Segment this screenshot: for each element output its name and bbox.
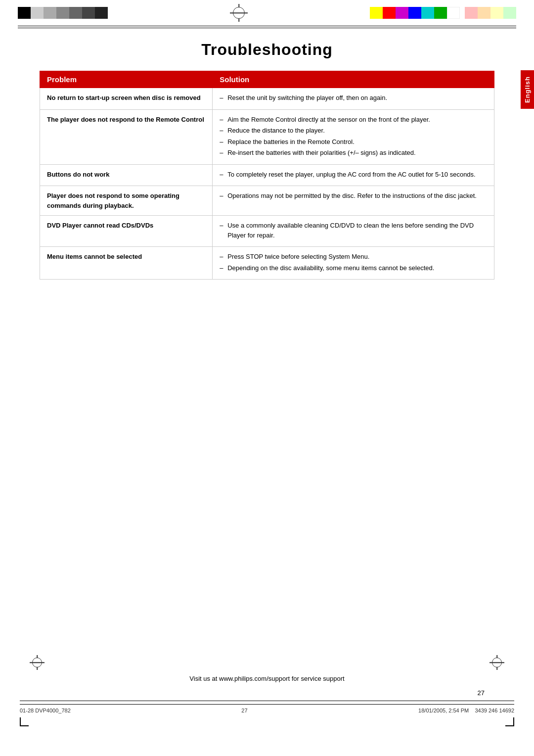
corner-mark-bottom-left xyxy=(20,717,29,726)
color-bar xyxy=(396,7,408,19)
problem-text: No return to start-up screen when disc i… xyxy=(47,94,201,101)
color-bar xyxy=(408,7,421,19)
problem-cell: Menu items cannot be selected xyxy=(40,247,213,280)
bottom-right-reg-mark xyxy=(490,655,504,670)
top-color-bar-area xyxy=(0,0,534,26)
problem-text: Buttons do not work xyxy=(47,171,109,178)
footer-visit-text: Visit us at www.philips.com/support for … xyxy=(20,675,514,682)
solution-item: Replace the batteries in the Remote Cont… xyxy=(220,137,487,147)
color-bar xyxy=(434,7,447,19)
color-bar xyxy=(95,7,108,19)
right-color-bars xyxy=(370,7,460,19)
solution-list: Press STOP twice before selecting System… xyxy=(220,252,487,273)
footer-number: 3439 246 14692 xyxy=(475,708,514,713)
color-bar xyxy=(465,7,478,19)
problem-text: The player does not respond to the Remot… xyxy=(47,116,204,123)
right-pastel-bars xyxy=(465,7,516,19)
color-bar xyxy=(447,7,460,19)
solution-list: Reset the unit by switching the player o… xyxy=(220,93,487,103)
solution-cell: Operations may not be permitted by the d… xyxy=(213,186,494,216)
color-bar xyxy=(421,7,434,19)
problem-header: Problem xyxy=(40,71,213,88)
color-bar xyxy=(370,7,383,19)
divider-line-2 xyxy=(18,28,516,28)
top-divider xyxy=(0,26,534,28)
english-tab: English xyxy=(521,70,534,109)
solution-list: Aim the Remote Control directly at the s… xyxy=(220,115,487,158)
solution-cell: Use a commonly available cleaning CD/DVD… xyxy=(213,216,494,247)
solution-cell: Aim the Remote Control directly at the s… xyxy=(213,109,494,164)
solution-item: Aim the Remote Control directly at the s… xyxy=(220,115,487,125)
problem-text: Menu items cannot be selected xyxy=(47,253,142,260)
solution-header: Solution xyxy=(213,71,494,88)
problem-cell: No return to start-up screen when disc i… xyxy=(40,88,213,110)
bottom-left-reg-mark xyxy=(30,655,44,670)
troubleshooting-table: Problem Solution No return to start-up s… xyxy=(40,71,494,280)
page: English Troubleshooting Problem Solution… xyxy=(0,0,534,756)
problem-text: Player does not respond to some operatin… xyxy=(47,192,179,209)
color-bar xyxy=(503,7,516,19)
reg-circle xyxy=(32,658,42,667)
footer-meta: 01-28 DVP4000_782 27 18/01/2005, 2:54 PM… xyxy=(20,704,514,713)
footer: Visit us at www.philips.com/support for … xyxy=(0,655,534,726)
problem-cell: Player does not respond to some operatin… xyxy=(40,186,213,216)
page-title: Troubleshooting xyxy=(40,41,494,59)
table-row: No return to start-up screen when disc i… xyxy=(40,88,494,110)
center-registration-mark xyxy=(230,4,248,22)
footer-left-meta: 01-28 DVP4000_782 xyxy=(20,708,71,713)
spacer xyxy=(460,7,465,19)
color-bar xyxy=(56,7,69,19)
problem-cell: The player does not respond to the Remot… xyxy=(40,109,213,164)
solution-list: Operations may not be permitted by the d… xyxy=(220,191,487,201)
color-bar xyxy=(490,7,503,19)
color-bar xyxy=(18,7,31,19)
color-bar xyxy=(31,7,44,19)
solution-item: Reduce the distance to the player. xyxy=(220,126,487,136)
solution-cell: Reset the unit by switching the player o… xyxy=(213,88,494,110)
solution-list: Use a commonly available cleaning CD/DVD… xyxy=(220,221,487,240)
table-row: Menu items cannot be selected Press STOP… xyxy=(40,247,494,280)
footer-divider xyxy=(20,701,514,701)
color-bar xyxy=(44,7,56,19)
problem-cell: Buttons do not work xyxy=(40,164,213,186)
solution-item: Use a commonly available cleaning CD/DVD… xyxy=(220,221,487,240)
problem-text: DVD Player cannot read CDs/DVDs xyxy=(47,222,153,229)
color-bar xyxy=(383,7,396,19)
problem-cell: DVD Player cannot read CDs/DVDs xyxy=(40,216,213,247)
table-row: DVD Player cannot read CDs/DVDs Use a co… xyxy=(40,216,494,247)
solution-item: Re-insert the batteries with their polar… xyxy=(220,148,487,158)
table-row: The player does not respond to the Remot… xyxy=(40,109,494,164)
reg-circle xyxy=(492,658,502,667)
color-bar xyxy=(478,7,490,19)
solution-cell: Press STOP twice before selecting System… xyxy=(213,247,494,280)
solution-item: Reset the unit by switching the player o… xyxy=(220,93,487,103)
solution-item: To completely reset the player, unplug t… xyxy=(220,170,487,180)
solution-item: Depending on the disc availability, some… xyxy=(220,263,487,273)
footer-right-meta: 18/01/2005, 2:54 PM 3439 246 14692 xyxy=(418,708,514,713)
corner-mark-bottom-right xyxy=(505,717,514,726)
table-row: Buttons do not work To completely reset … xyxy=(40,164,494,186)
divider-line-1 xyxy=(18,26,516,26)
footer-date: 18/01/2005, 2:54 PM xyxy=(418,708,469,713)
solution-cell: To completely reset the player, unplug t… xyxy=(213,164,494,186)
table-row: Player does not respond to some operatin… xyxy=(40,186,494,216)
left-color-bars xyxy=(18,7,108,19)
solution-item: Operations may not be permitted by the d… xyxy=(220,191,487,201)
reg-circle xyxy=(233,7,245,19)
color-bar xyxy=(82,7,95,19)
right-color-bars-group xyxy=(370,7,516,19)
page-number: 27 xyxy=(20,689,514,697)
main-content: English Troubleshooting Problem Solution… xyxy=(0,31,534,324)
color-bar xyxy=(69,7,82,19)
solution-list: To completely reset the player, unplug t… xyxy=(220,170,487,180)
footer-center-meta: 27 xyxy=(241,708,247,713)
solution-item: Press STOP twice before selecting System… xyxy=(220,252,487,262)
